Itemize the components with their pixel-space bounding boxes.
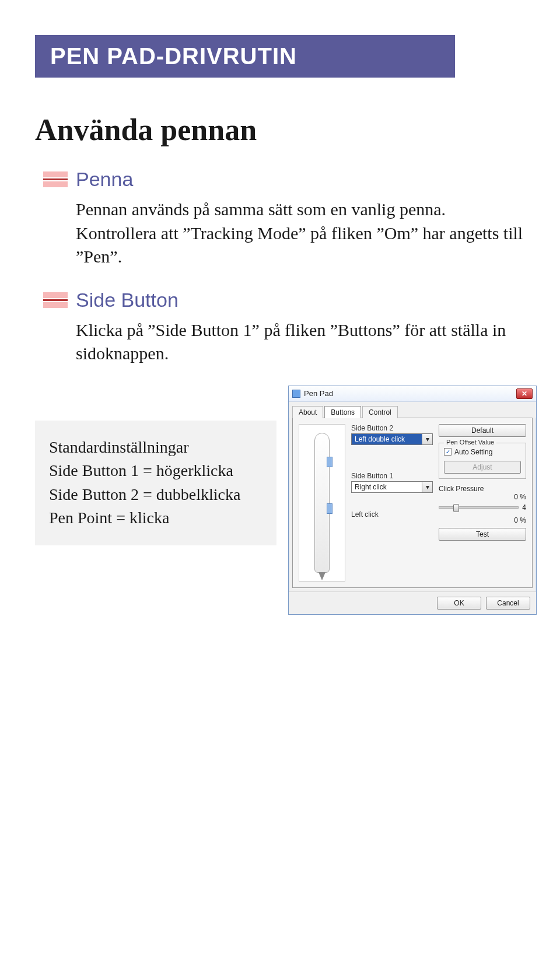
checkbox-icon: ✓ bbox=[444, 448, 452, 456]
tab-buttons[interactable]: Buttons bbox=[324, 406, 361, 418]
slider-thumb[interactable] bbox=[453, 504, 459, 512]
page-banner: PEN PAD-DRIVRUTIN bbox=[35, 35, 455, 78]
dialog-title: Pen Pad bbox=[304, 389, 333, 398]
app-icon bbox=[292, 390, 300, 398]
pen-illustration bbox=[299, 424, 345, 582]
click-pressure-group: Click Pressure 0 % 4 0 % Test bbox=[439, 485, 526, 541]
section-sidebutton-title: Side Button bbox=[76, 289, 525, 311]
tab-control[interactable]: Control bbox=[362, 406, 398, 418]
auto-setting-checkbox[interactable]: ✓ Auto Setting bbox=[444, 448, 521, 456]
tab-panel-buttons: Side Button 2 Left double click ▾ Side B… bbox=[292, 418, 533, 588]
side-button-1-value: Right click bbox=[352, 482, 422, 492]
ok-button[interactable]: OK bbox=[437, 597, 481, 610]
pressure-slider-value: 4 bbox=[522, 503, 526, 512]
defaults-heading: Standardinställningar bbox=[49, 436, 262, 460]
page-title: Använda pennan bbox=[35, 113, 537, 147]
pressure-slider[interactable] bbox=[439, 506, 519, 509]
bullet-icon bbox=[35, 289, 76, 366]
section-penna: Penna Pennan används på samma sätt som e… bbox=[35, 168, 537, 269]
bullet-icon bbox=[35, 168, 76, 269]
close-icon: ✕ bbox=[522, 390, 527, 397]
penpad-dialog: Pen Pad ✕ About Buttons Control bbox=[288, 386, 537, 615]
dialog-titlebar: Pen Pad ✕ bbox=[289, 386, 536, 402]
pen-offset-group: Pen Offset Value ✓ Auto Setting Adjust bbox=[439, 443, 526, 479]
defaults-box: Standardinställningar Side Button 1 = hö… bbox=[35, 421, 276, 545]
dialog-tabs: About Buttons Control bbox=[289, 402, 536, 418]
pen-sb1-marker bbox=[327, 503, 332, 514]
side-button-1-combo[interactable]: Right click ▾ bbox=[351, 481, 433, 493]
defaults-line1: Side Button 1 = högerklicka bbox=[49, 459, 262, 483]
test-button[interactable]: Test bbox=[439, 528, 526, 541]
pressure-bottom-value: 0 % bbox=[439, 516, 526, 524]
tab-about[interactable]: About bbox=[292, 406, 323, 418]
section-penna-title: Penna bbox=[76, 168, 525, 191]
default-button[interactable]: Default bbox=[439, 424, 526, 437]
defaults-line2: Side Button 2 = dubbelklicka bbox=[49, 483, 262, 507]
side-button-2-combo[interactable]: Left double click ▾ bbox=[351, 433, 433, 445]
section-penna-text: Pennan används på samma sätt som en vanl… bbox=[76, 198, 525, 269]
pressure-top-value: 0 % bbox=[439, 493, 526, 501]
auto-setting-label: Auto Setting bbox=[454, 448, 492, 456]
section-sidebutton: Side Button Klicka på ”Side Button 1” på… bbox=[35, 289, 537, 366]
cancel-button[interactable]: Cancel bbox=[486, 597, 530, 610]
chevron-down-icon: ▾ bbox=[422, 434, 432, 444]
pen-offset-group-title: Pen Offset Value bbox=[444, 439, 496, 446]
left-click-label: Left click bbox=[351, 510, 433, 519]
close-button[interactable]: ✕ bbox=[516, 388, 533, 399]
chevron-down-icon: ▾ bbox=[422, 482, 432, 492]
pen-sb2-marker bbox=[327, 457, 332, 467]
defaults-line3: Pen Point = klicka bbox=[49, 506, 262, 530]
side-button-2-value: Left double click bbox=[352, 434, 422, 444]
dialog-footer: OK Cancel bbox=[289, 591, 536, 614]
side-button-2-label: Side Button 2 bbox=[351, 424, 433, 432]
adjust-button[interactable]: Adjust bbox=[444, 461, 521, 474]
section-sidebutton-text: Klicka på ”Side Button 1” på fliken ”But… bbox=[76, 318, 525, 366]
side-button-1-label: Side Button 1 bbox=[351, 472, 433, 480]
click-pressure-label: Click Pressure bbox=[439, 485, 526, 493]
